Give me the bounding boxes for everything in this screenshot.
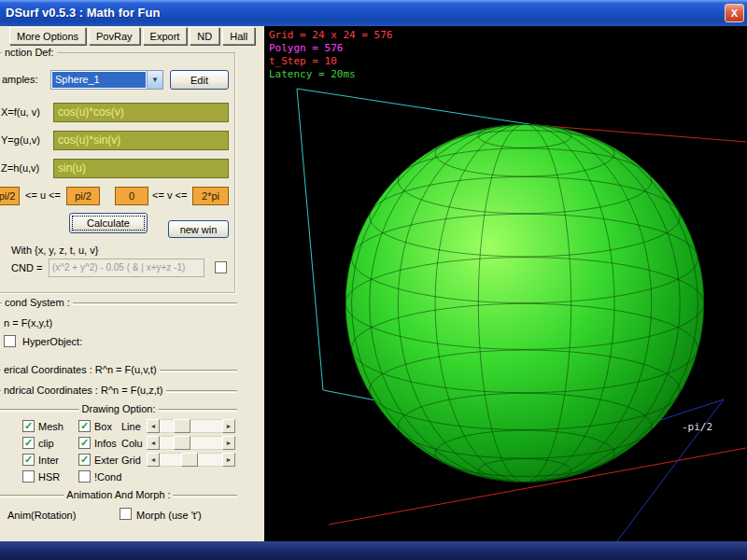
- cnd-label: CND =: [11, 262, 42, 273]
- checkmark-icon: ✓: [24, 421, 33, 431]
- toolbar-nd-button[interactable]: ND: [190, 27, 219, 45]
- cylindrical-coordinates-label: ndrical Coordinates : R^n = F(u,z,t): [1, 385, 166, 396]
- fy-label: Y=g(u,v): [1, 134, 40, 146]
- spherical-separator: erical Coordinates : R^n = F(u,v,t): [0, 370, 237, 371]
- checkmark-icon: ✓: [80, 455, 89, 465]
- app-window: DSurf v0.5.3 : Math for Fun X More Optio…: [0, 0, 747, 560]
- checkbox-hyperobject[interactable]: [4, 335, 16, 347]
- colu-slider-label: Colu: [121, 438, 143, 449]
- sphere-scene: [264, 26, 747, 541]
- fz-label: Z=h(u,v): [1, 162, 39, 174]
- fx-label: X=f(u, v): [1, 106, 40, 118]
- new-win-button[interactable]: new win: [168, 220, 229, 238]
- slider-track[interactable]: [160, 436, 222, 450]
- axis-label: -pi/2: [682, 421, 712, 433]
- stat-tstep: t_Step = 10: [269, 55, 392, 68]
- slider-right-arrow-icon[interactable]: ►: [222, 453, 235, 467]
- infos-label: Infos: [94, 438, 117, 449]
- cnd-input: (x^2 + y^2) - 0.05 ( & | x+y+z -1): [49, 259, 204, 277]
- fx-input[interactable]: cos(u)*cos(v): [53, 103, 229, 122]
- with-vars-label: With {x, y, z, t, u, v}: [11, 245, 98, 256]
- second-system-header: cond System :: [2, 297, 73, 308]
- control-panel: nction Def: amples: Sphere_1 ▼ Edit X=f(…: [0, 47, 264, 541]
- u-min-input[interactable]: pi/2: [0, 187, 20, 205]
- toolbar: More Options PovRay Export ND Hall: [0, 26, 264, 47]
- stat-polygon: Polygn = 576: [269, 42, 392, 55]
- v-min-input[interactable]: 0: [115, 187, 148, 205]
- slider-left-arrow-icon[interactable]: ◄: [147, 436, 160, 450]
- toolbar-more-options-button[interactable]: More Options: [9, 27, 86, 45]
- checkbox-clip[interactable]: ✓: [22, 437, 35, 449]
- checkmark-icon: ✓: [80, 438, 89, 448]
- slider-thumb[interactable]: [174, 436, 190, 450]
- v-range-label: <= v <=: [152, 189, 187, 201]
- hyperobject-label: HyperObject:: [22, 336, 82, 347]
- line-slider-label: Line: [121, 421, 141, 432]
- close-icon: X: [731, 7, 738, 19]
- colu-slider[interactable]: ◄ ►: [147, 436, 235, 450]
- toolbar-povray-button[interactable]: PovRay: [89, 27, 140, 45]
- checkbox-morph[interactable]: [120, 508, 132, 520]
- dropdown-arrow-icon[interactable]: ▼: [147, 71, 162, 89]
- checkbox-infos[interactable]: ✓: [78, 437, 91, 449]
- cylindrical-separator: ndrical Coordinates : R^n = F(u,z,t): [0, 390, 237, 392]
- slider-thumb[interactable]: [174, 419, 190, 433]
- window-title: DSurf v0.5.3 : Math for Fun: [6, 6, 160, 20]
- stat-grid: Grid = 24 x 24 = 576: [269, 29, 392, 42]
- u-max-input[interactable]: pi/2: [66, 187, 100, 205]
- second-system-separator: cond System :: [0, 302, 237, 304]
- line-slider[interactable]: ◄ ►: [147, 419, 235, 433]
- toolbar-hall-button[interactable]: Hall: [222, 27, 255, 45]
- examples-label: amples:: [2, 74, 38, 85]
- checkmark-icon: ✓: [80, 421, 89, 431]
- checkmark-icon: ✓: [24, 438, 33, 448]
- calculate-button[interactable]: Calculate: [69, 213, 148, 233]
- slider-thumb[interactable]: [181, 453, 198, 467]
- checkbox-box[interactable]: ✓: [78, 420, 91, 432]
- drawing-option-separator: Drawing Option:: [0, 409, 237, 411]
- checkbox-mesh[interactable]: ✓: [22, 420, 35, 432]
- inter-label: Inter: [38, 455, 59, 466]
- drawing-option-header: Drawing Option:: [79, 403, 159, 414]
- checkbox-cnd[interactable]: [215, 261, 227, 273]
- clip-label: clip: [38, 438, 54, 449]
- slider-right-arrow-icon[interactable]: ►: [222, 436, 235, 450]
- spherical-coordinates-label: erical Coordinates : R^n = F(u,v,t): [1, 364, 160, 375]
- taskbar: [0, 541, 747, 560]
- fy-input[interactable]: cos(u)*sin(v): [53, 131, 229, 150]
- checkbox-exter[interactable]: ✓: [78, 454, 91, 466]
- box-label: Box: [94, 421, 112, 432]
- hsr-label: HSR: [38, 471, 60, 483]
- anim-rotation-label[interactable]: Anim(Rotation): [7, 510, 76, 521]
- slider-right-arrow-icon[interactable]: ►: [222, 419, 235, 433]
- checkbox-hsr[interactable]: [22, 470, 35, 483]
- examples-dropdown[interactable]: Sphere_1 ▼: [50, 70, 163, 90]
- mesh-label: Mesh: [38, 421, 63, 432]
- toolbar-export-button[interactable]: Export: [143, 27, 188, 45]
- viewport-stats: Grid = 24 x 24 = 576 Polygn = 576 t_Step…: [269, 29, 392, 81]
- u-range-label: <= u <=: [25, 189, 61, 201]
- slider-left-arrow-icon[interactable]: ◄: [147, 453, 160, 467]
- cond-label: !Cond: [94, 471, 121, 483]
- fn-label: n = F(x,y,t): [4, 317, 52, 329]
- grid-slider-label: Grid: [121, 455, 141, 466]
- edit-button[interactable]: Edit: [170, 70, 229, 90]
- animation-header: Animation And Morph :: [63, 489, 173, 500]
- grid-slider[interactable]: ◄ ►: [147, 453, 235, 467]
- checkbox-inter[interactable]: ✓: [22, 454, 35, 466]
- examples-value: Sphere_1: [52, 72, 146, 88]
- checkmark-icon: ✓: [24, 455, 33, 465]
- close-button[interactable]: X: [725, 4, 744, 22]
- exter-label: Exter: [94, 455, 119, 466]
- fz-input[interactable]: sin(u): [53, 159, 229, 178]
- titlebar: DSurf v0.5.3 : Math for Fun X: [0, 0, 747, 26]
- slider-track[interactable]: [160, 453, 222, 467]
- viewport-3d[interactable]: Grid = 24 x 24 = 576 Polygn = 576 t_Step…: [264, 26, 747, 541]
- function-def-label: nction Def:: [2, 47, 57, 58]
- slider-left-arrow-icon[interactable]: ◄: [147, 419, 160, 433]
- morph-label: Morph (use 't'): [136, 510, 202, 521]
- v-max-input[interactable]: 2*pi: [192, 187, 229, 205]
- stat-latency: Latency = 20ms: [269, 68, 392, 81]
- slider-track[interactable]: [160, 419, 222, 433]
- checkbox-cond[interactable]: [78, 470, 91, 483]
